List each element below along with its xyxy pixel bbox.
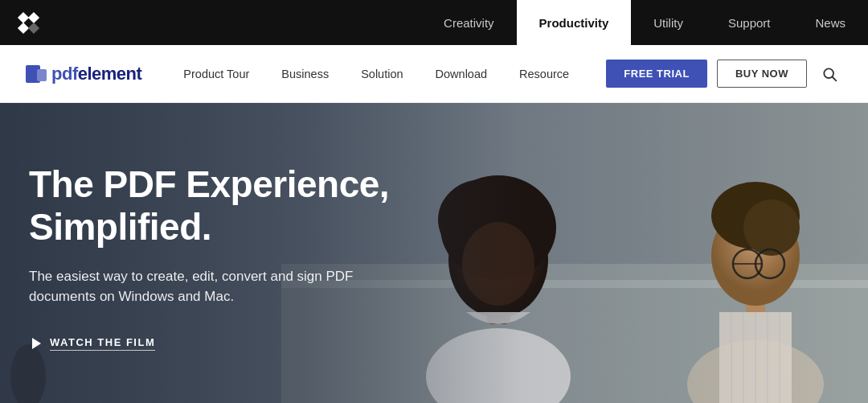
nav-download[interactable]: Download: [420, 45, 504, 103]
hero-section: The PDF Experience, Simplified. The easi…: [0, 103, 868, 403]
nav-product-tour[interactable]: Product Tour: [167, 45, 265, 103]
svg-line-1: [833, 76, 837, 80]
logo-icon: [26, 65, 47, 83]
top-nav-news[interactable]: News: [792, 0, 868, 45]
top-nav-creativity[interactable]: Creativity: [421, 0, 517, 45]
nav-actions: FREE TRIAL BUY NOW: [606, 60, 842, 88]
hero-content: The PDF Experience, Simplified. The easi…: [0, 103, 466, 403]
hero-subtitle: The easiest way to create, edit, convert…: [29, 266, 399, 307]
nav-resource[interactable]: Resource: [503, 45, 585, 103]
svg-marker-28: [32, 338, 41, 349]
secondary-navigation: pdfelement Product Tour Business Solutio…: [0, 45, 868, 103]
logo-text: pdfelement: [51, 64, 141, 84]
nav-business[interactable]: Business: [265, 45, 345, 103]
hero-cta-area: WATCH THE FILM: [29, 336, 434, 351]
watch-film-button[interactable]: WATCH THE FILM: [50, 336, 155, 351]
top-nav-productivity[interactable]: Productivity: [517, 0, 632, 45]
buy-now-button[interactable]: BUY NOW: [717, 60, 807, 88]
wondershare-logo[interactable]: [0, 0, 38, 45]
search-button[interactable]: [817, 61, 842, 87]
pdfelement-logo[interactable]: pdfelement: [26, 64, 141, 84]
nav-solution[interactable]: Solution: [345, 45, 419, 103]
top-nav-utility[interactable]: Utility: [631, 0, 706, 45]
top-navigation: Creativity Productivity Utility Support …: [0, 0, 868, 45]
play-icon: [29, 336, 43, 351]
hero-title: The PDF Experience, Simplified.: [29, 163, 434, 249]
top-nav-support[interactable]: Support: [706, 0, 793, 45]
sec-nav-links: Product Tour Business Solution Download …: [167, 45, 606, 103]
free-trial-button[interactable]: FREE TRIAL: [606, 60, 707, 88]
search-icon: [821, 66, 837, 82]
